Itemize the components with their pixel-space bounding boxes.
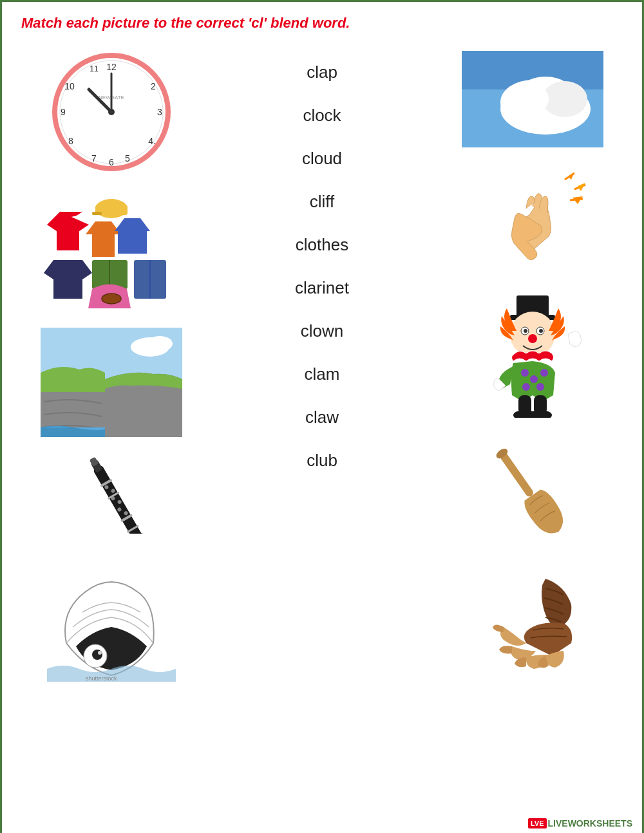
svg-rect-19	[92, 212, 102, 215]
svg-text:7: 7	[91, 153, 97, 164]
svg-text:9: 9	[61, 107, 66, 117]
word-clock[interactable]: clock	[303, 106, 341, 126]
svg-point-77	[529, 410, 552, 418]
svg-point-68	[528, 334, 537, 343]
clam-image: shutterstock	[47, 559, 176, 682]
svg-point-16	[108, 109, 115, 115]
svg-point-67	[539, 329, 543, 333]
clap-image	[475, 167, 591, 276]
svg-point-70	[530, 375, 538, 383]
word-clap[interactable]: clap	[307, 62, 337, 82]
svg-text:8: 8	[68, 136, 73, 146]
svg-point-27	[147, 336, 173, 351]
svg-point-54	[510, 83, 549, 115]
svg-text:2: 2	[151, 81, 156, 91]
cliff-image	[41, 328, 182, 437]
club-image	[481, 431, 584, 559]
svg-text:shutterstock: shutterstock	[86, 675, 117, 682]
clarinet-image	[21, 450, 189, 534]
svg-text:3: 3	[157, 107, 162, 117]
svg-marker-58	[568, 172, 574, 180]
left-column: 12 2 3 4. 5 6 7 8 9 10 11 NEWGATE	[21, 44, 202, 688]
svg-text:4.: 4.	[148, 136, 156, 146]
svg-point-72	[522, 383, 530, 391]
svg-marker-59	[578, 183, 585, 191]
claw-image	[468, 579, 597, 688]
svg-point-44	[92, 650, 102, 660]
word-cliff[interactable]: cliff	[310, 192, 335, 212]
page-container: Match each picture to the correct 'cl' b…	[2, 2, 642, 833]
svg-text:11: 11	[90, 64, 99, 73]
svg-text:10: 10	[64, 81, 75, 91]
main-content: 12 2 3 4. 5 6 7 8 9 10 11 NEWGATE	[21, 44, 623, 688]
svg-rect-30	[93, 464, 147, 534]
word-club[interactable]: club	[307, 451, 337, 471]
svg-point-66	[524, 329, 527, 333]
svg-point-69	[521, 369, 529, 377]
cloud-image	[462, 51, 603, 147]
svg-point-53	[542, 81, 587, 117]
word-claw[interactable]: claw	[305, 407, 339, 427]
svg-point-73	[536, 383, 544, 391]
word-clothes[interactable]: clothes	[296, 235, 348, 255]
badge-live: LVE	[528, 818, 547, 828]
page-title: Match each picture to the correct 'cl' b…	[21, 15, 623, 32]
word-clarinet[interactable]: clarinet	[295, 278, 349, 298]
right-column	[442, 44, 623, 688]
clown-image	[475, 289, 591, 418]
center-column: clap clock cloud cliff clothes clarinet …	[202, 44, 442, 688]
svg-point-71	[540, 369, 548, 377]
svg-point-45	[98, 651, 102, 655]
word-clown[interactable]: clown	[301, 321, 343, 341]
svg-point-24	[102, 294, 121, 304]
clock-image: 12 2 3 4. 5 6 7 8 9 10 11 NEWGATE	[50, 51, 173, 173]
word-cloud[interactable]: cloud	[302, 149, 342, 169]
svg-text:6: 6	[109, 157, 114, 167]
liveworksheets-badge: LVE LIVEWORKSHEETS	[528, 818, 632, 828]
svg-rect-78	[499, 451, 535, 498]
badge-brand: LIVEWORKSHEETS	[548, 818, 632, 828]
svg-text:12: 12	[106, 62, 117, 72]
word-clam[interactable]: clam	[305, 364, 340, 384]
clothes-image	[41, 186, 182, 315]
svg-text:5: 5	[125, 153, 130, 164]
